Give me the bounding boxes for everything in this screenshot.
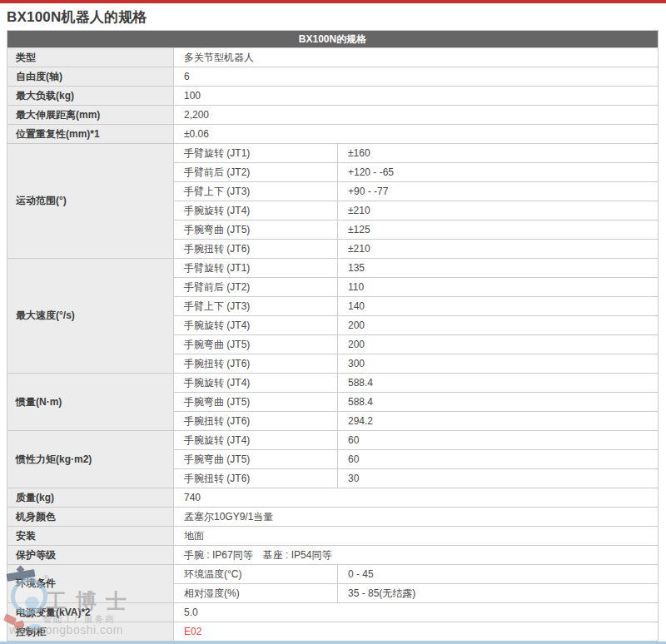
table-row: 惯量(N·m)手腕旋转 (JT4)588.4: [7, 374, 659, 393]
top-accent-bar: [0, 0, 666, 3]
row-label: 机身颜色: [7, 508, 174, 527]
sub-row-label: 手腕旋转 (JT4): [174, 201, 338, 220]
cell-value: 60: [338, 431, 659, 450]
sub-row-label: 手腕旋转 (JT4): [174, 374, 338, 393]
cell-value: 多关节型机器人: [174, 48, 659, 67]
cell-value: ±125: [338, 220, 659, 240]
cell-value: +120 - -65: [338, 163, 659, 182]
cell-value: 地面: [174, 527, 659, 546]
row-label: 惯量(N·m): [7, 374, 174, 431]
row-label: 电源变量(kVA)*2: [7, 603, 174, 622]
sub-row-label: 手腕弯曲 (JT5): [174, 450, 338, 469]
sub-row-label: 相对湿度(%): [174, 584, 338, 603]
table-row: 最大伸展距离(mm)2,200: [7, 106, 659, 125]
cell-value: 2,200: [174, 106, 659, 125]
cell-value: 588.4: [338, 393, 659, 412]
cell-value: ±210: [338, 201, 659, 220]
sub-row-label: 手臂上下 (JT3): [174, 297, 338, 316]
table-row: 机身颜色孟塞尔10GY9/1当量: [7, 508, 659, 527]
sub-row-label: 手臂前后 (JT2): [174, 163, 338, 182]
cell-value: 200: [338, 335, 659, 354]
cell-value: 140: [338, 297, 659, 316]
row-label: 自由度(轴): [7, 67, 174, 87]
spec-table-body: 类型多关节型机器人自由度(轴)6最大负载(kg)100最大伸展距离(mm)2,2…: [7, 48, 659, 642]
cell-value: 35 - 85(无结露): [338, 584, 659, 603]
table-row: 自由度(轴)6: [7, 67, 659, 87]
sub-row-label: 手腕扭转 (JT6): [174, 354, 338, 374]
cell-value: 0 - 45: [338, 565, 659, 584]
cell-value: 588.4: [338, 374, 659, 393]
cell-value: ±160: [338, 144, 659, 163]
sub-row-label: 手腕扭转 (JT6): [174, 469, 338, 488]
row-label: 质量(kg): [7, 488, 174, 508]
row-label: 保护等级: [7, 546, 174, 565]
cell-value: ±210: [338, 240, 659, 259]
table-row: 运动范围(°)手臂旋转 (JT1)±160: [7, 144, 659, 163]
cell-value: 6: [174, 67, 659, 87]
controller-link[interactable]: E02: [184, 626, 201, 637]
row-label: 类型: [7, 48, 174, 67]
sub-row-label: 手腕扭转 (JT6): [174, 240, 338, 259]
table-header-title: BX100N的规格: [7, 31, 659, 48]
table-row: 电源变量(kVA)*25.0: [7, 603, 659, 622]
table-row: 位置重复性(mm)*1±0.06: [7, 125, 659, 144]
sub-row-label: 手臂上下 (JT3): [174, 182, 338, 201]
table-row: 环境条件环境温度(°C)0 - 45: [7, 565, 659, 584]
cell-value: 手腕 : IP67同等 基座 : IP54同等: [174, 546, 659, 565]
sub-row-label: 手腕弯曲 (JT5): [174, 335, 338, 354]
cell-value: 孟塞尔10GY9/1当量: [174, 508, 659, 527]
cell-value: E02: [174, 622, 659, 642]
sub-row-label: 手腕旋转 (JT4): [174, 316, 338, 335]
table-row: 惯性力矩(kg·m2)手腕旋转 (JT4)60: [7, 431, 659, 450]
sub-row-label: 手腕旋转 (JT4): [174, 431, 338, 450]
row-label: 运动范围(°): [7, 144, 174, 259]
row-label: 安装: [7, 527, 174, 546]
cell-value: 135: [338, 259, 659, 278]
cell-value: +90 - -77: [338, 182, 659, 201]
sub-row-label: 手臂前后 (JT2): [174, 278, 338, 297]
table-row: 最大速度(°/s)手臂旋转 (JT1)135: [7, 259, 659, 278]
cell-value: 100: [174, 87, 659, 106]
cell-value: 294.2: [338, 412, 659, 431]
table-row: 最大负载(kg)100: [7, 87, 659, 106]
row-label: 环境条件: [7, 565, 174, 603]
sub-row-label: 手腕扭转 (JT6): [174, 412, 338, 431]
cell-value: 740: [174, 488, 659, 508]
row-label: 最大速度(°/s): [7, 259, 174, 374]
table-row: 保护等级手腕 : IP67同等 基座 : IP54同等: [7, 546, 659, 565]
sub-row-label: 手腕弯曲 (JT5): [174, 393, 338, 412]
cell-value: 5.0: [174, 603, 659, 622]
row-label: 位置重复性(mm)*1: [7, 125, 174, 144]
spec-table: BX100N的规格 类型多关节型机器人自由度(轴)6最大负载(kg)100最大伸…: [7, 30, 659, 642]
row-label: 最大伸展距离(mm): [7, 106, 174, 125]
table-header-row: BX100N的规格: [7, 31, 659, 48]
sub-row-label: 手腕弯曲 (JT5): [174, 220, 338, 240]
cell-value: 300: [338, 354, 659, 374]
cell-value: 200: [338, 316, 659, 335]
row-label: 最大负载(kg): [7, 87, 174, 106]
table-row: 类型多关节型机器人: [7, 48, 659, 67]
table-row: 安装地面: [7, 527, 659, 546]
table-row: 控制柜E02: [7, 622, 659, 642]
row-label: 控制柜: [7, 622, 174, 642]
row-label: 惯性力矩(kg·m2): [7, 431, 174, 488]
cell-value: 60: [338, 450, 659, 469]
cell-value: 110: [338, 278, 659, 297]
page-title: BX100N机器人的规格: [7, 7, 147, 27]
table-row: 质量(kg)740: [7, 488, 659, 508]
sub-row-label: 手臂旋转 (JT1): [174, 144, 338, 163]
sub-row-label: 手臂旋转 (JT1): [174, 259, 338, 278]
sub-row-label: 环境温度(°C): [174, 565, 338, 584]
cell-value: ±0.06: [174, 125, 659, 144]
cell-value: 30: [338, 469, 659, 488]
